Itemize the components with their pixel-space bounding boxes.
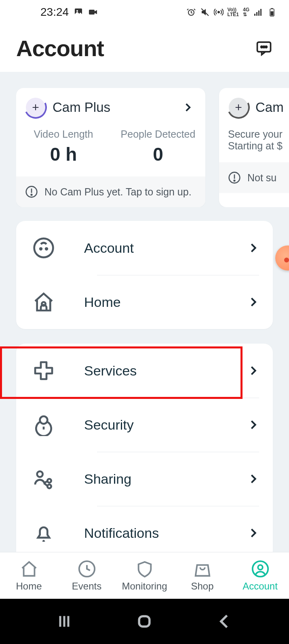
- stat-label: Video Length: [16, 128, 111, 140]
- cam-protect-footer-text: Not su: [247, 172, 276, 184]
- svg-rect-40: [139, 616, 150, 627]
- stat-label: People Detected: [111, 128, 205, 140]
- alert-circle-icon: [228, 171, 241, 184]
- stat-video-length: Video Length 0 h: [16, 128, 111, 165]
- svg-rect-6: [254, 14, 255, 16]
- svg-point-19: [31, 194, 32, 195]
- page-title: Account: [16, 35, 104, 61]
- person-circle-icon: [251, 560, 270, 578]
- chevron-right-icon: [248, 473, 259, 485]
- bag-icon: [193, 560, 212, 578]
- smiley-icon: [32, 237, 55, 259]
- alert-circle-icon: [25, 185, 38, 198]
- svg-point-16: [266, 46, 267, 48]
- status-right: Vo))LTE1 4G⇅: [186, 7, 277, 17]
- svg-point-5: [218, 11, 219, 13]
- image-icon: [74, 7, 83, 17]
- home-person-icon: [32, 291, 55, 313]
- home-icon: [20, 560, 38, 578]
- volte-icon: Vo))LTE1: [228, 7, 239, 17]
- svg-point-15: [263, 46, 265, 48]
- list-label: Services: [84, 363, 248, 379]
- tab-monitoring[interactable]: Monitoring: [116, 552, 173, 599]
- settings-item-home[interactable]: Home: [16, 275, 273, 329]
- settings-item-notifications[interactable]: Notifications: [16, 506, 273, 552]
- tab-label: Events: [72, 581, 101, 592]
- svg-point-14: [261, 46, 263, 48]
- svg-rect-8: [258, 10, 259, 16]
- cam-plus-footer[interactable]: No Cam Plus yet. Tap to sign up.: [16, 176, 205, 207]
- svg-rect-9: [260, 9, 262, 16]
- tab-account[interactable]: Account: [231, 552, 289, 599]
- stat-value: 0 h: [16, 143, 111, 165]
- list-label: Account: [84, 240, 248, 256]
- svg-rect-2: [89, 10, 95, 15]
- lock-icon: [32, 413, 55, 436]
- svg-point-30: [47, 479, 51, 482]
- settings-item-security[interactable]: Security: [16, 398, 273, 452]
- chevron-right-icon: [248, 365, 259, 376]
- tab-label: Shop: [191, 581, 213, 592]
- settings-item-sharing[interactable]: Sharing: [16, 452, 273, 506]
- status-time: 23:24: [40, 6, 69, 19]
- tab-label: Monitoring: [122, 581, 167, 592]
- tab-home[interactable]: Home: [0, 552, 58, 599]
- cam-protect-card[interactable]: + Cam Secure your Starting at $ Not su: [219, 88, 289, 207]
- network-4g-icon: 4G⇅: [243, 7, 249, 17]
- bottom-tab-bar: Home Events Monitoring Shop Account: [0, 552, 289, 599]
- promo-row[interactable]: + Cam Plus Video Length 0 h People Detec…: [16, 88, 289, 207]
- chat-button[interactable]: [255, 39, 273, 57]
- settings-item-services[interactable]: Services: [16, 344, 273, 398]
- svg-point-23: [34, 239, 53, 258]
- settings-item-account[interactable]: Account: [16, 221, 273, 275]
- cam-protect-title: Cam: [255, 100, 284, 115]
- chevron-right-icon: [183, 102, 193, 113]
- tab-events[interactable]: Events: [58, 552, 116, 599]
- cam-protect-footer[interactable]: Not su: [219, 162, 289, 193]
- svg-point-1: [76, 10, 78, 12]
- svg-point-27: [40, 416, 48, 424]
- cam-protect-badge-icon: +: [229, 98, 248, 117]
- svg-point-36: [258, 565, 263, 570]
- tab-label: Home: [16, 581, 42, 592]
- battery-icon: [267, 7, 277, 17]
- sysnav-home[interactable]: [132, 609, 156, 634]
- svg-point-22: [234, 180, 235, 181]
- svg-rect-11: [271, 11, 274, 16]
- chevron-right-icon: [248, 296, 259, 308]
- floating-assist-button[interactable]: [275, 245, 289, 271]
- alarm-icon: [186, 7, 196, 17]
- video-icon: [88, 7, 98, 17]
- bell-icon: [32, 522, 55, 544]
- signal-icon: [253, 7, 263, 17]
- svg-point-31: [47, 485, 51, 488]
- system-nav-bar: [0, 599, 289, 644]
- shield-icon: [135, 560, 154, 578]
- share-people-icon: [32, 468, 55, 490]
- tab-shop[interactable]: Shop: [173, 552, 231, 599]
- status-left: 23:24: [40, 6, 98, 19]
- settings-group-2: Services Security Sharing Notifications: [16, 344, 273, 552]
- chevron-right-icon: [248, 242, 259, 254]
- hotspot-icon: [214, 7, 224, 17]
- mute-icon: [200, 7, 210, 17]
- chevron-right-icon: [248, 419, 259, 430]
- sysnav-back[interactable]: [213, 609, 237, 634]
- svg-point-25: [46, 248, 47, 250]
- page-header: Account: [0, 24, 289, 72]
- svg-rect-7: [256, 12, 257, 16]
- plus-medical-icon: [32, 359, 55, 382]
- content-body: + Cam Plus Video Length 0 h People Detec…: [0, 72, 289, 552]
- cam-plus-title: Cam Plus: [53, 100, 110, 115]
- svg-point-24: [40, 248, 42, 250]
- sysnav-recents[interactable]: [52, 609, 76, 634]
- settings-group-1: Account Home: [16, 221, 273, 329]
- cam-protect-desc: Secure your Starting at $: [219, 121, 289, 162]
- cam-plus-card[interactable]: + Cam Plus Video Length 0 h People Detec…: [16, 88, 205, 207]
- svg-line-32: [44, 481, 47, 483]
- svg-point-29: [37, 471, 43, 477]
- svg-rect-12: [271, 8, 273, 9]
- list-label: Home: [84, 294, 248, 310]
- desc-line: Secure your: [228, 128, 283, 140]
- cam-plus-footer-text: No Cam Plus yet. Tap to sign up.: [44, 186, 192, 198]
